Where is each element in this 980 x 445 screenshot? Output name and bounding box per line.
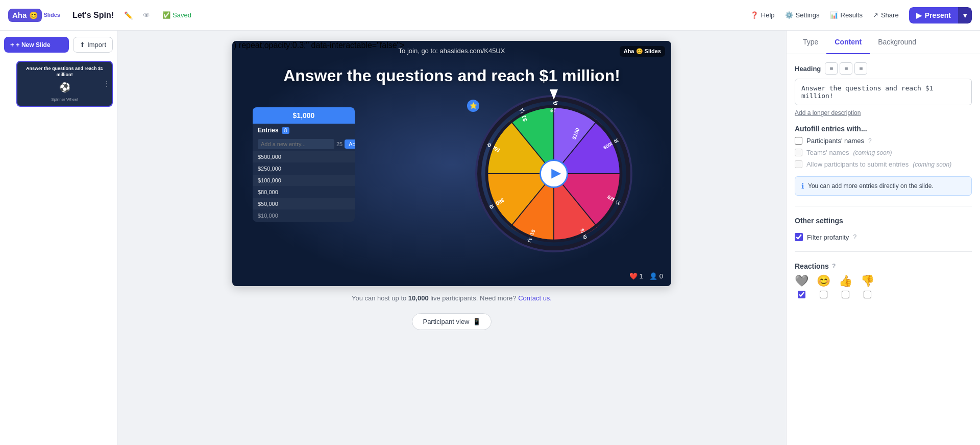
participants-stat: 👤 0 bbox=[649, 272, 663, 280]
slide-list: 1 Answer the questions and reach $1 mill… bbox=[4, 61, 113, 107]
heading-input[interactable]: Answer the questions and reach $1 millio… bbox=[795, 79, 972, 105]
list-item: $100,000 bbox=[253, 175, 355, 186]
present-wrapper: ▶ Present ▾ bbox=[909, 7, 972, 24]
entries-panel: $1,000 Entries 8 25 Add $500,000 $250,00… bbox=[253, 107, 355, 222]
panel-tabs: Type Content Background bbox=[787, 31, 980, 54]
slide-canvas: ') repeat;opacity:0.3;" data-interactabl… bbox=[232, 41, 671, 286]
teams-names-checkbox bbox=[795, 149, 802, 156]
entries-add-row: 25 Add bbox=[253, 137, 355, 151]
reaction-thumbsup-checkbox[interactable] bbox=[842, 291, 849, 298]
slide-title: Let's Spin! bbox=[72, 11, 114, 20]
submit-entries-checkbox bbox=[795, 160, 802, 168]
divider bbox=[795, 206, 972, 206]
main-area: + + New Slide ⬆ Import 1 Answer the ques… bbox=[0, 31, 980, 445]
reaction-smile-checkbox[interactable] bbox=[820, 291, 827, 298]
participants-names-checkbox[interactable] bbox=[795, 137, 802, 145]
align-center-button[interactable]: ≡ bbox=[840, 62, 852, 75]
wheel-pointer bbox=[550, 89, 558, 100]
list-item: $80,000 bbox=[253, 186, 355, 198]
reaction-heart: 🩶 bbox=[795, 274, 808, 298]
other-settings-section: Other settings bbox=[795, 217, 972, 225]
autofill-title: Autofill entries with... bbox=[795, 125, 972, 133]
add-entry-button[interactable]: Add bbox=[345, 139, 355, 149]
canvas-area: ') repeat;opacity:0.3;" data-interactabl… bbox=[117, 31, 786, 445]
new-slide-button[interactable]: + + New Slide bbox=[4, 37, 69, 53]
results-link[interactable]: 📊 Results bbox=[830, 11, 863, 19]
teams-names-checkbox-row: Teams' names (coming soon) bbox=[795, 149, 972, 156]
reactions-help-icon[interactable]: ? bbox=[832, 263, 836, 270]
person-icon: 👤 bbox=[649, 272, 657, 280]
nav-actions: ❓ Help ⚙️ Settings 📊 Results ↗ Share ▶ P… bbox=[750, 7, 972, 24]
wheel-svg: $100 $500,000 $250,000 $250,000 $100,000… bbox=[477, 97, 630, 250]
reaction-smile: 😊 bbox=[817, 274, 830, 298]
filter-profanity-checkbox[interactable] bbox=[795, 233, 803, 241]
heading-field-group: Heading ≡ ≡ ≡ Answer the questions and r… bbox=[795, 62, 972, 116]
present-button[interactable]: ▶ Present bbox=[909, 7, 958, 24]
reaction-heart-checkbox[interactable] bbox=[798, 291, 805, 298]
info-icon: ℹ bbox=[801, 182, 804, 190]
help-icon: ❓ bbox=[750, 11, 758, 19]
heart-icon: ❤️ bbox=[629, 272, 638, 280]
check-icon: ✅ bbox=[162, 11, 170, 19]
slide-sidebar: + + New Slide ⬆ Import 1 Answer the ques… bbox=[0, 31, 117, 445]
submit-entries-checkbox-row: Allow participants to submit entries (co… bbox=[795, 160, 972, 168]
right-panel: Type Content Background Heading ≡ ≡ ≡ An… bbox=[786, 31, 980, 445]
participants-names-checkbox-row: Participants' names ? bbox=[795, 137, 972, 145]
star-badge: ⭐ bbox=[467, 100, 479, 112]
list-item: $250,000 bbox=[253, 163, 355, 175]
spinner-container: ⭐ bbox=[477, 97, 630, 250]
import-button[interactable]: ⬆ Import bbox=[73, 37, 113, 53]
present-dropdown-button[interactable]: ▾ bbox=[958, 7, 972, 24]
hearts-stat: ❤️ 1 bbox=[629, 272, 643, 280]
align-left-button[interactable]: ≡ bbox=[825, 62, 838, 75]
info-box: ℹ You can add more entries directly on t… bbox=[795, 176, 972, 196]
canvas-heading: Answer the questions and reach $1 millio… bbox=[232, 66, 671, 85]
filter-profanity-help-icon[interactable]: ? bbox=[853, 233, 856, 241]
play-triangle-icon: ▶ bbox=[916, 11, 922, 19]
results-icon: 📊 bbox=[830, 11, 838, 19]
edit-icon[interactable]: ✏️ bbox=[124, 11, 133, 19]
share-link[interactable]: ↗ Share bbox=[873, 11, 899, 19]
list-item: $10,000 bbox=[253, 210, 355, 222]
tab-background[interactable]: Background bbox=[870, 31, 924, 54]
reaction-thumbsdown: 👎 bbox=[861, 274, 874, 298]
entry-input[interactable] bbox=[258, 139, 334, 149]
reactions-grid: 🩶 😊 👍 👎 bbox=[795, 274, 972, 298]
join-bar: To join, go to: ahaslides.com/K45UX bbox=[399, 47, 505, 55]
list-item: $50,000 bbox=[253, 198, 355, 210]
participants-help-icon[interactable]: ? bbox=[868, 137, 872, 145]
saved-badge: ✅ Saved bbox=[162, 11, 191, 19]
reaction-thumbsup: 👍 bbox=[839, 274, 852, 298]
logo-box: Aha 😊 bbox=[8, 9, 42, 22]
contact-link[interactable]: Contact us. bbox=[518, 294, 552, 302]
heading-label: Heading ≡ ≡ ≡ bbox=[795, 62, 972, 75]
mobile-icon: 📱 bbox=[473, 318, 481, 325]
slide-thumbnail[interactable]: Answer the questions and reach $1 millio… bbox=[16, 61, 113, 107]
reactions-title: Reactions ? bbox=[795, 262, 972, 270]
tab-type[interactable]: Type bbox=[795, 31, 826, 54]
help-link[interactable]: ❓ Help bbox=[750, 11, 775, 19]
preview-icon[interactable]: 👁 bbox=[143, 11, 150, 19]
share-icon: ↗ bbox=[873, 11, 878, 19]
canvas-logo: Aha 😊 Slides bbox=[620, 46, 665, 57]
panel-body: Heading ≡ ≡ ≡ Answer the questions and r… bbox=[787, 54, 980, 307]
add-description-link[interactable]: Add a longer description bbox=[795, 109, 972, 116]
sidebar-actions: + + New Slide ⬆ Import bbox=[4, 37, 113, 53]
logo: Aha 😊 Slides bbox=[8, 9, 60, 22]
slide-options-icon[interactable]: ⋮ bbox=[104, 80, 110, 87]
spinner-wheel[interactable]: $100 $500,000 $250,000 $250,000 $100,000… bbox=[477, 97, 630, 250]
entries-header: Entries 8 bbox=[253, 124, 355, 137]
list-item: $500,000 bbox=[253, 151, 355, 163]
align-right-button[interactable]: ≡ bbox=[854, 62, 867, 75]
settings-link[interactable]: ⚙️ Settings bbox=[785, 11, 820, 19]
import-icon: ⬆ bbox=[80, 41, 85, 49]
top-nav: Aha 😊 Slides Let's Spin! ✏️ 👁 ✅ Saved ❓ … bbox=[0, 0, 980, 31]
participant-view-button[interactable]: Participant view 📱 bbox=[412, 313, 491, 330]
filter-profanity-row: Filter profanity ? bbox=[795, 233, 972, 241]
divider-2 bbox=[795, 251, 972, 252]
entries-list: $500,000 $250,000 $100,000 $80,000 $50,0… bbox=[253, 151, 355, 222]
reaction-thumbsdown-checkbox[interactable] bbox=[864, 291, 871, 298]
tab-content[interactable]: Content bbox=[826, 31, 870, 54]
reactions-section: Reactions ? 🩶 😊 👍 bbox=[795, 262, 972, 298]
settings-icon: ⚙️ bbox=[785, 11, 793, 19]
